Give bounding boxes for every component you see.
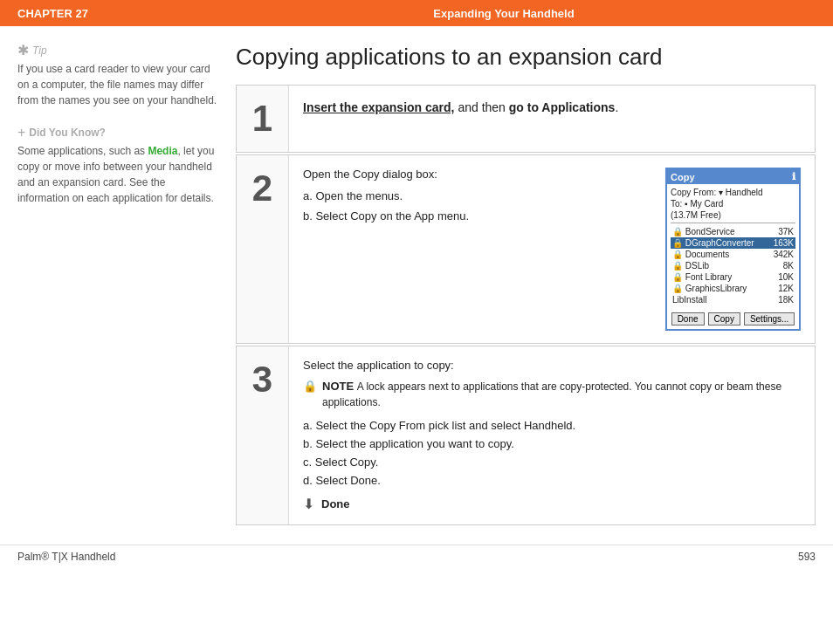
dialog-item-0-size: 37K (778, 227, 794, 236)
dialog-divider (671, 223, 795, 223)
done-arrow-icon: ⬇ (303, 496, 314, 512)
dialog-item-3[interactable]: 🔒 DSLib 8K (671, 260, 795, 271)
step-3c: c. Select Copy. (303, 456, 801, 469)
dialog-title-text: Copy (671, 172, 695, 182)
step-1-insert-link[interactable]: Insert the expansion card, (303, 100, 455, 114)
note-label: NOTE (322, 380, 354, 393)
footer-page-number: 593 (798, 551, 816, 563)
dialog-item-6-size: 18K (778, 295, 794, 305)
sidebar: ✱ Tip If you use a card reader to view y… (17, 44, 218, 527)
dialog-done-button[interactable]: Done (671, 312, 705, 325)
dialog-body: Copy From: ▾ Handheld To: ▪ My Card (13.… (667, 184, 799, 309)
dialog-item-1[interactable]: 🔒 DGraphConverter 163K (671, 237, 795, 249)
note-icon: 🔒 (303, 380, 317, 393)
did-you-know-section: + Did You Know? Some applications, such … (17, 126, 218, 206)
step-3: 3 Select the application to copy: 🔒 NOTE… (236, 346, 816, 525)
dyk-text: Some applications, such as Media, let yo… (17, 143, 218, 206)
dialog-settings-button[interactable]: Settings... (744, 312, 795, 325)
dialog-item-5-size: 12K (778, 284, 794, 293)
done-section: ⬇ Done (303, 496, 801, 512)
page-title: Copying applications to an expansion car… (236, 44, 816, 71)
dialog-buttons: Done Copy Settings... (667, 309, 799, 329)
dialog-item-5-name: 🔒 GraphicsLibrary (672, 284, 747, 293)
step-2a-label: a. (303, 189, 313, 202)
tip-header: ✱ Tip (17, 44, 218, 58)
dialog-item-4-name: 🔒 Font Library (672, 272, 732, 282)
chapter-label: CHAPTER 27 (17, 7, 192, 20)
tip-asterisk: ✱ (17, 44, 29, 58)
dialog-item-0[interactable]: 🔒 BondService 37K (671, 226, 795, 237)
step-1-go-to-link[interactable]: go to Applications (509, 100, 616, 114)
step-1-end: . (615, 100, 618, 114)
dialog-item-1-name: 🔒 DGraphConverter (672, 238, 754, 248)
done-label: Done (321, 497, 350, 510)
content-area: Copying applications to an expansion car… (236, 44, 816, 527)
step-2b: b. Select Copy on the App menu. (303, 209, 651, 223)
copy-dialog: Copy ℹ Copy From: ▾ Handheld To: ▪ My Ca… (665, 168, 801, 331)
step-3b: b. Select the application you want to co… (303, 437, 801, 450)
step-1-text: Insert the expansion card, and then go t… (303, 98, 801, 117)
dialog-info-icon: ℹ (792, 171, 795, 182)
chapter-title: Expanding Your Handheld (192, 7, 816, 20)
step-1: 1 Insert the expansion card, and then go… (236, 85, 816, 153)
note-text: A lock appears next to applications that… (322, 380, 781, 408)
dyk-text-before: Some applications, such as (17, 145, 148, 157)
tip-text: If you use a card reader to view your ca… (17, 61, 218, 108)
step-3-title: Select the application to copy: (303, 359, 801, 372)
dialog-item-2-size: 342K (774, 250, 794, 259)
dialog-item-4[interactable]: 🔒 Font Library 10K (671, 271, 795, 283)
dialog-item-4-size: 10K (778, 272, 794, 282)
step-3d: d. Select Done. (303, 474, 801, 487)
step-1-and-then: and then (455, 100, 509, 114)
dialog-item-3-name: 🔒 DSLib (672, 261, 709, 271)
dialog-free-space: (13.7M Free) (671, 210, 795, 220)
step-3-content: Select the application to copy: 🔒 NOTE A… (289, 346, 815, 524)
step-2a: a. Open the menus. (303, 189, 651, 202)
step-2-content: Open the Copy dialog box: a. Open the me… (289, 155, 815, 343)
dialog-item-5[interactable]: 🔒 GraphicsLibrary 12K (671, 283, 795, 294)
step-2-dialog-title: Open the Copy dialog box: (303, 168, 651, 181)
dyk-plus: + (17, 126, 25, 140)
step-2: 2 Open the Copy dialog box: a. Open the … (236, 154, 816, 344)
note-box: 🔒 NOTE A lock appears next to applicatio… (303, 379, 801, 410)
step-2-number: 2 (237, 155, 289, 343)
step-3a: a. Select the Copy From pick list and se… (303, 419, 801, 432)
dialog-copy-to: To: ▪ My Card (671, 199, 795, 209)
dialog-item-6[interactable]: LibInstall 18K (671, 294, 795, 305)
footer-brand: Palm® T|X Handheld (17, 551, 115, 563)
header-bar: CHAPTER 27 Expanding Your Handheld (0, 0, 833, 26)
dialog-item-2-name: 🔒 Documents (672, 250, 729, 259)
step-3-number: 3 (237, 346, 289, 524)
dyk-media-link[interactable]: Media (148, 145, 177, 157)
dialog-item-1-size: 163K (774, 238, 794, 248)
main-content: ✱ Tip If you use a card reader to view y… (0, 26, 833, 536)
dyk-label: Did You Know? (29, 127, 106, 139)
dialog-copy-from: Copy From: ▾ Handheld (671, 188, 795, 197)
dialog-item-6-name: LibInstall (672, 295, 706, 305)
step-2-inner: Open the Copy dialog box: a. Open the me… (303, 168, 801, 331)
footer: Palm® T|X Handheld 593 (0, 545, 833, 568)
step-1-content: Insert the expansion card, and then go t… (289, 86, 815, 152)
dialog-item-3-size: 8K (783, 261, 794, 271)
dyk-header: + Did You Know? (17, 126, 218, 140)
dialog-copy-button[interactable]: Copy (708, 312, 740, 325)
dialog-title-bar: Copy ℹ (667, 169, 799, 184)
step-1-number: 1 (237, 86, 289, 152)
tip-section: ✱ Tip If you use a card reader to view y… (17, 44, 218, 108)
footer-brand-text: Palm® T|X Handheld (17, 551, 115, 563)
step-2a-end: . (400, 189, 403, 202)
note-content: NOTE A lock appears next to applications… (322, 379, 801, 410)
step-2-left: Open the Copy dialog box: a. Open the me… (303, 168, 651, 331)
tip-label: Tip (32, 45, 47, 57)
step-2a-link[interactable]: Open the menus (315, 189, 399, 202)
dialog-item-2[interactable]: 🔒 Documents 342K (671, 249, 795, 260)
dialog-item-0-name: 🔒 BondService (672, 227, 734, 236)
